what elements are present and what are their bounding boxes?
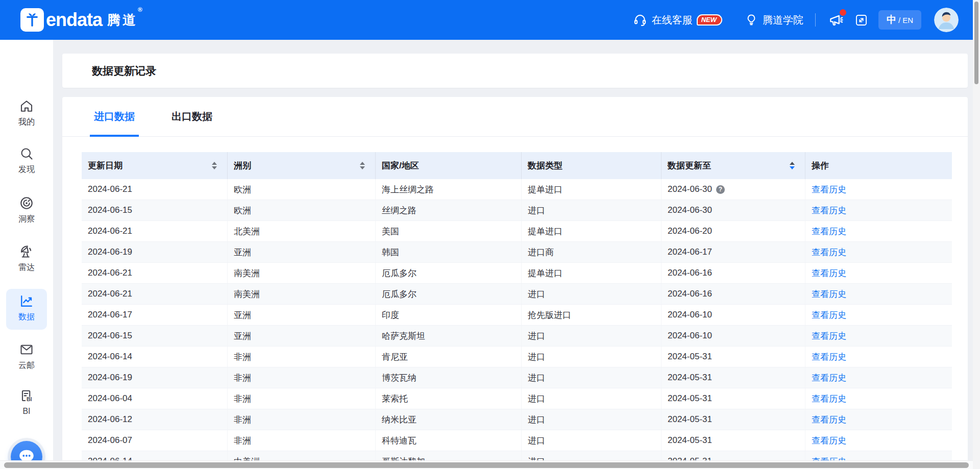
view-history-link[interactable]: 查看历史 [812, 393, 846, 405]
table-row: 2024-06-21 北美洲 美国 提单进口 2024-06-20? 查看历史 [82, 221, 952, 242]
sort-control[interactable] [212, 162, 217, 169]
horizontal-scrollbar-track[interactable] [0, 460, 973, 469]
lang-en: EN [902, 16, 913, 24]
table-row: 2024-06-12 非洲 纳米比亚 进口 2024-05-31? 查看历史 [82, 409, 952, 430]
cell-data-type: 进口 [522, 388, 662, 409]
cell-update-date: 2024-06-14 [82, 347, 228, 367]
cell-region: 纳米比亚 [376, 409, 522, 430]
academy-button[interactable]: 腾道学院 [745, 13, 803, 27]
view-history-link[interactable]: 查看历史 [812, 309, 846, 321]
fullscreen-button[interactable] [854, 13, 868, 27]
cell-update-date: 2024-06-15 [82, 326, 228, 346]
lightbulb-icon [745, 13, 758, 27]
sort-desc-icon [790, 166, 795, 169]
brand-logo[interactable]: endata 腾道® [20, 8, 144, 32]
search-icon [19, 146, 34, 161]
cell-update-date: 2024-06-21 [82, 179, 228, 200]
tab-import-data[interactable]: 进口数据 [94, 97, 135, 137]
help-icon[interactable]: ? [716, 185, 725, 194]
registered-mark: ® [138, 6, 144, 13]
sidebar-item-bi[interactable]: BI BI [0, 388, 53, 416]
view-history-link[interactable]: 查看历史 [812, 351, 846, 363]
cell-region: 丝绸之路 [376, 200, 522, 220]
sidebar-item-insight[interactable]: 洞察 [0, 195, 53, 225]
column-header-update-date[interactable]: 更新日期 [82, 152, 228, 179]
cell-continent: 欧洲 [228, 200, 376, 220]
svg-text:BI: BI [27, 396, 32, 402]
table-row: 2024-06-19 亚洲 韩国 进口商 2024-06-17? 查看历史 [82, 242, 952, 263]
cell-data-type: 进口商 [522, 242, 662, 262]
tab-bar: 进口数据 出口数据 [62, 97, 968, 137]
radar-icon [19, 244, 34, 259]
view-history-link[interactable]: 查看历史 [812, 414, 846, 426]
header-nav: 在线客服 NEW 腾道学院 [633, 0, 959, 40]
view-history-link[interactable]: 查看历史 [812, 184, 846, 195]
logo-cn-text: 腾道® [107, 11, 144, 29]
column-header-updated-to[interactable]: 数据更新至 [662, 152, 805, 179]
cell-updated-to: 2024-05-31? [662, 409, 805, 430]
cell-region: 厄瓜多尔 [376, 263, 522, 283]
cell-update-date: 2024-06-19 [82, 242, 228, 262]
table-row: 2024-06-14 非洲 肯尼亚 进口 2024-05-31? 查看历史 [82, 347, 952, 367]
logo-text: endata [46, 11, 102, 29]
sidebar-item-discover[interactable]: 发现 [0, 146, 53, 175]
cell-region: 博茨瓦纳 [376, 367, 522, 388]
table-row: 2024-06-17 亚洲 印度 抢先版进口 2024-06-10? 查看历史 [82, 305, 952, 326]
vertical-scrollbar-track[interactable] [973, 0, 980, 469]
sidebar-item-data[interactable]: 数据 [0, 293, 53, 323]
view-history-link[interactable]: 查看历史 [812, 205, 846, 216]
sidebar-item-mine[interactable]: 我的 [0, 98, 53, 128]
tab-export-data[interactable]: 出口数据 [172, 97, 212, 137]
online-service-button[interactable]: 在线客服 NEW [633, 13, 722, 27]
cell-data-type: 进口 [522, 367, 662, 388]
view-history-link[interactable]: 查看历史 [812, 330, 846, 342]
cell-actions: 查看历史 [805, 263, 952, 283]
cell-continent: 非洲 [228, 367, 376, 388]
cell-updated-to: 2024-06-17? [662, 242, 805, 262]
vertical-scrollbar-thumb[interactable] [974, 2, 978, 84]
cell-region: 莱索托 [376, 388, 522, 409]
horizontal-scrollbar-thumb[interactable] [4, 462, 969, 468]
view-history-link[interactable]: 查看历史 [812, 267, 846, 279]
language-toggle[interactable]: 中 / EN [878, 10, 921, 30]
cell-actions: 查看历史 [805, 179, 952, 200]
cell-actions: 查看历史 [805, 430, 952, 451]
page-title: 数据更新记录 [92, 54, 968, 88]
cell-actions: 查看历史 [805, 409, 952, 430]
sort-control[interactable] [790, 162, 795, 169]
cell-update-date: 2024-06-17 [82, 305, 228, 325]
cell-update-date: 2024-06-04 [82, 388, 228, 409]
view-history-link[interactable]: 查看历史 [812, 435, 846, 447]
sidebar-item-radar[interactable]: 雷达 [0, 244, 53, 273]
table-row: 2024-06-21 南美洲 厄瓜多尔 提单进口 2024-06-16? 查看历… [82, 263, 952, 284]
cell-data-type: 进口 [522, 284, 662, 304]
data-card: 进口数据 出口数据 更新日期 洲别 国家/地区 数据类型 [62, 97, 968, 469]
cell-updated-to: 2024-05-31? [662, 430, 805, 451]
table-row: 2024-06-21 欧洲 海上丝绸之路 提单进口 2024-06-30? 查看… [82, 179, 952, 200]
cell-update-date: 2024-06-12 [82, 409, 228, 430]
cell-data-type: 进口 [522, 347, 662, 367]
fullscreen-icon [854, 13, 868, 27]
view-history-link[interactable]: 查看历史 [812, 246, 846, 258]
cell-data-type: 抢先版进口 [522, 305, 662, 325]
sort-control[interactable] [360, 162, 365, 169]
announcement-button[interactable] [828, 12, 844, 28]
column-header-continent[interactable]: 洲别 [228, 152, 376, 179]
cell-actions: 查看历史 [805, 388, 952, 409]
view-history-link[interactable]: 查看历史 [812, 288, 846, 300]
cell-continent: 欧洲 [228, 179, 376, 200]
cell-actions: 查看历史 [805, 200, 952, 220]
view-history-link[interactable]: 查看历史 [812, 226, 846, 237]
sidebar-item-cloudmail[interactable]: 云邮 [0, 342, 53, 371]
table-row: 2024-06-21 南美洲 厄瓜多尔 进口 2024-06-16? 查看历史 [82, 284, 952, 305]
cell-region: 印度 [376, 305, 522, 325]
cell-update-date: 2024-06-19 [82, 367, 228, 388]
sort-desc-icon [360, 166, 365, 169]
table-header-row: 更新日期 洲别 国家/地区 数据类型 数据更新至 操作 [82, 152, 952, 179]
view-history-link[interactable]: 查看历史 [812, 372, 846, 384]
bi-icon: BI [19, 388, 34, 404]
cell-data-type: 进口 [522, 430, 662, 451]
lang-sep: / [898, 16, 900, 24]
new-badge: NEW [697, 14, 722, 26]
user-avatar[interactable] [934, 8, 959, 32]
